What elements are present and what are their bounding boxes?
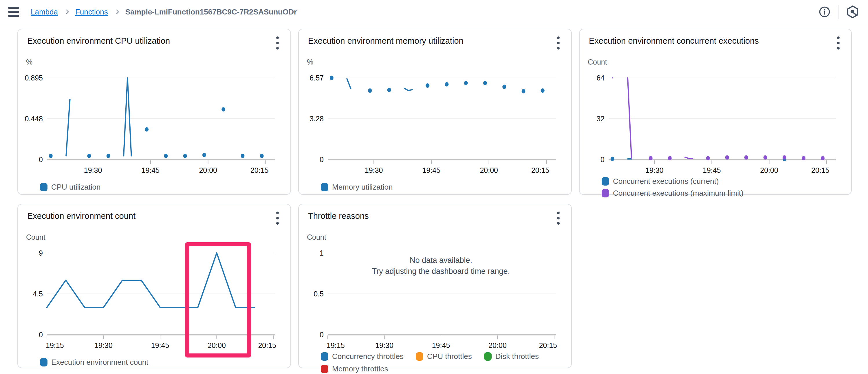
svg-text:20:15: 20:15	[258, 341, 276, 349]
legend-label: Execution environment count	[51, 358, 148, 367]
chart-legend: Execution environment count	[40, 358, 279, 367]
legend-item[interactable]: CPU utilization	[40, 183, 101, 192]
legend-label: Disk throttles	[495, 352, 539, 361]
svg-text:19:15: 19:15	[327, 341, 345, 349]
svg-text:20:00: 20:00	[480, 166, 498, 174]
svg-text:19:15: 19:15	[46, 341, 64, 349]
svg-text:19:30: 19:30	[645, 166, 663, 174]
cloudshell-button[interactable]	[845, 5, 860, 19]
execution-environment-count-chart: Count94.5019:1519:3019:4520:0020:15	[18, 205, 290, 368]
svg-text:64: 64	[596, 74, 604, 82]
chart-legend: Concurrency throttlesCPU throttlesDisk t…	[321, 352, 560, 373]
svg-text:3.28: 3.28	[310, 115, 324, 123]
legend-color-marker	[321, 183, 328, 191]
legend-label: Concurrency throttles	[332, 352, 404, 361]
monitoring-dashboard: Execution environment CPU utilization %0…	[0, 24, 868, 368]
legend-label: Concurrent executions (current)	[613, 177, 719, 186]
svg-text:0: 0	[600, 155, 604, 163]
svg-text:20:00: 20:00	[760, 166, 778, 174]
hamburger-icon	[8, 7, 19, 9]
chart-legend: CPU utilization	[40, 183, 279, 192]
legend-label: CPU utilization	[51, 183, 101, 192]
legend-color-marker	[601, 177, 609, 186]
legend-color-marker	[416, 352, 423, 361]
card-memory-utilization: Execution environment memory utilization…	[298, 29, 572, 195]
chevron-right-icon	[64, 9, 69, 14]
card-throttle-reasons: Throttle reasons Count10.5019:1519:3019:…	[298, 204, 572, 368]
svg-text:19:30: 19:30	[94, 341, 113, 349]
svg-text:6.57: 6.57	[310, 74, 324, 82]
chevron-right-icon	[114, 9, 119, 14]
info-icon	[818, 5, 831, 18]
svg-text:20:15: 20:15	[539, 341, 557, 349]
legend-color-marker	[321, 365, 328, 373]
legend-label: Memory throttles	[332, 365, 388, 373]
breadcrumb-link-lambda[interactable]: Lambda	[31, 7, 58, 17]
legend-item[interactable]: Disk throttles	[484, 352, 539, 361]
svg-text:19:45: 19:45	[703, 166, 721, 174]
card-concurrent-executions: Execution environment concurrent executi…	[579, 29, 852, 195]
svg-text:19:45: 19:45	[423, 166, 441, 174]
throttle-reasons-chart: Count10.5019:1519:3019:4520:0020:15No da…	[299, 205, 571, 368]
svg-text:20:00: 20:00	[199, 166, 217, 174]
legend-item[interactable]: Concurrent executions (current)	[601, 177, 840, 186]
legend-color-marker	[321, 352, 328, 361]
card-cpu-utilization: Execution environment CPU utilization %0…	[18, 29, 291, 195]
cpu-utilization-chart: %0.8950.448019:3019:4520:0020:15	[18, 29, 290, 194]
svg-text:Count: Count	[588, 58, 607, 66]
svg-text:20:15: 20:15	[811, 166, 830, 174]
legend-item[interactable]: Concurrent executions (maximum limit)	[601, 189, 840, 198]
svg-text:1: 1	[320, 249, 324, 257]
svg-text:19:45: 19:45	[151, 341, 169, 349]
svg-text:%: %	[307, 58, 313, 66]
svg-text:0.448: 0.448	[25, 115, 43, 123]
legend-color-marker	[601, 189, 609, 197]
legend-color-marker	[40, 183, 48, 191]
legend-item[interactable]: Memory throttles	[321, 365, 388, 373]
top-navigation-bar: Lambda Functions Sample-LmiFunction1567B…	[0, 0, 868, 24]
svg-text:0.5: 0.5	[314, 290, 324, 298]
svg-text:%: %	[26, 58, 32, 66]
topbar-divider	[838, 5, 838, 19]
legend-label: Concurrent executions (maximum limit)	[613, 189, 744, 198]
memory-utilization-chart: %6.573.28019:3019:4520:0020:15	[299, 29, 571, 194]
legend-color-marker	[484, 352, 492, 361]
charts-row-1: Execution environment CPU utilization %0…	[18, 29, 868, 195]
charts-row-2: Execution environment count Count94.5019…	[18, 204, 868, 368]
svg-text:20:00: 20:00	[489, 341, 507, 349]
svg-text:20:15: 20:15	[531, 166, 550, 174]
chart-legend: Concurrent executions (current)Concurren…	[601, 177, 840, 198]
legend-label: CPU throttles	[427, 352, 472, 361]
svg-text:19:30: 19:30	[375, 341, 394, 349]
svg-text:19:30: 19:30	[365, 166, 383, 174]
breadcrumb-link-functions[interactable]: Functions	[75, 7, 108, 17]
chart-legend: Memory utilization	[321, 183, 560, 192]
svg-text:0: 0	[320, 155, 324, 163]
breadcrumb-current-function: Sample-LmiFunction1567BC9C-7R2SASunuODr	[125, 7, 297, 17]
svg-text:Count: Count	[26, 233, 45, 241]
svg-text:19:30: 19:30	[84, 166, 102, 174]
card-execution-environment-count: Execution environment count Count94.5019…	[18, 204, 291, 368]
svg-text:9: 9	[39, 249, 43, 257]
info-button[interactable]	[818, 5, 831, 18]
svg-text:19:45: 19:45	[142, 166, 160, 174]
legend-item[interactable]: CPU throttles	[416, 352, 472, 361]
legend-label: Memory utilization	[332, 183, 393, 192]
svg-text:19:45: 19:45	[432, 341, 450, 349]
legend-item[interactable]: Execution environment count	[40, 358, 148, 367]
svg-text:20:15: 20:15	[250, 166, 269, 174]
svg-text:0: 0	[39, 155, 43, 163]
legend-item[interactable]: Memory utilization	[321, 183, 393, 192]
cloudshell-icon	[845, 5, 860, 19]
svg-text:Try adjusting the dashboard ti: Try adjusting the dashboard time range.	[372, 267, 510, 276]
legend-item[interactable]: Concurrency throttles	[321, 352, 404, 361]
concurrent-executions-chart: Count6432019:3019:4520:0020:15	[580, 29, 851, 194]
svg-text:20:00: 20:00	[208, 341, 226, 349]
svg-text:0: 0	[39, 331, 43, 339]
svg-text:32: 32	[596, 115, 604, 123]
svg-text:4.5: 4.5	[33, 290, 43, 298]
hamburger-menu-button[interactable]	[8, 7, 19, 17]
svg-text:No data available.: No data available.	[410, 256, 472, 264]
topbar-actions	[818, 5, 860, 19]
svg-text:0.895: 0.895	[25, 74, 43, 82]
